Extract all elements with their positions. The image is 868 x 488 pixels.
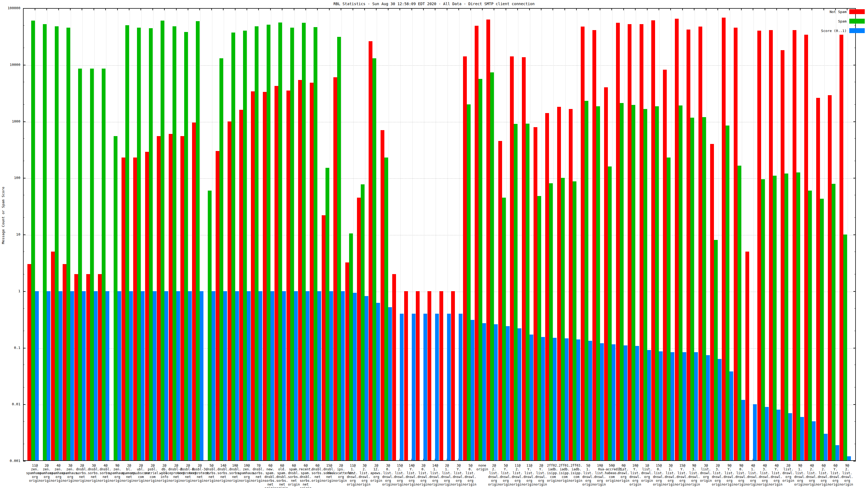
x-tick-label: 6@ dnsbl. sorbs. net origin bbox=[297, 464, 338, 483]
x-tick-mark bbox=[247, 8, 247, 10]
bar-not-spam bbox=[439, 291, 443, 460]
bar-not-spam bbox=[263, 92, 267, 460]
bar-spam bbox=[761, 179, 765, 460]
x-tick-label: 9@ zen. spamhaus. org origin bbox=[97, 464, 138, 483]
y-tick-label: 0.1 bbox=[0, 346, 20, 350]
x-tick-mark bbox=[812, 8, 812, 10]
bar-spam bbox=[31, 21, 35, 460]
bar-spam bbox=[149, 28, 153, 460]
bar-spam bbox=[90, 69, 94, 460]
x-tick-mark bbox=[94, 8, 94, 10]
bar-spam bbox=[725, 126, 730, 460]
bar-spam bbox=[608, 166, 612, 460]
bar-score bbox=[553, 338, 557, 460]
x-tick-label: 14@ dnsbl. sorbs. net origin bbox=[203, 464, 244, 483]
y-tick-mark bbox=[23, 348, 26, 348]
x-tick-mark bbox=[141, 8, 141, 10]
x-tick-label: 2@ 1. list. dnswl. org origin bbox=[427, 464, 467, 486]
bar-score bbox=[529, 334, 533, 460]
bar-score bbox=[518, 328, 521, 460]
x-tick-mark bbox=[600, 8, 600, 10]
bar-not-spam bbox=[675, 19, 679, 460]
x-tick-mark bbox=[670, 8, 671, 10]
x-tick-label: 3@ 2. list. dnswl. org origin bbox=[344, 464, 385, 486]
x-tick-mark bbox=[211, 8, 212, 10]
bar-not-spam bbox=[781, 50, 784, 460]
x-tick-label: 50@ sa-accredit. habeas. com origin bbox=[591, 464, 632, 483]
bar-not-spam bbox=[404, 291, 408, 460]
bar-score bbox=[282, 291, 286, 460]
y-minor-tick bbox=[855, 365, 856, 365]
x-gridline bbox=[789, 9, 789, 461]
x-gridline bbox=[812, 9, 813, 461]
x-tick-mark bbox=[223, 8, 223, 10]
bar-score bbox=[788, 413, 792, 460]
x-tick-mark bbox=[729, 8, 730, 10]
y-minor-tick bbox=[855, 104, 856, 105]
y-minor-tick bbox=[855, 444, 856, 444]
bar-spam bbox=[55, 26, 59, 460]
bar-not-spam bbox=[828, 95, 832, 460]
bar-score bbox=[800, 417, 804, 460]
x-tick-mark bbox=[46, 8, 47, 10]
x-tick-mark bbox=[129, 8, 129, 10]
bar-score bbox=[494, 324, 498, 460]
bar-score bbox=[199, 291, 204, 460]
bar-not-spam bbox=[616, 23, 620, 460]
bar-not-spam bbox=[169, 134, 173, 460]
x-tick-mark bbox=[400, 8, 400, 10]
x-tick-label: 9@ 3. list. dnswl. org origin bbox=[674, 464, 714, 486]
x-tick-mark bbox=[235, 8, 236, 10]
bar-score bbox=[753, 404, 757, 460]
x-tick-mark bbox=[506, 8, 506, 10]
bar-spam bbox=[208, 191, 212, 460]
bar-spam bbox=[643, 109, 647, 460]
x-tick-label: 2@ list. dnswl. org origin bbox=[768, 464, 809, 483]
bar-not-spam bbox=[310, 83, 314, 460]
x-tick-mark bbox=[482, 8, 483, 10]
legend-item-not-spam: Not Spam bbox=[821, 9, 865, 14]
bar-not-spam bbox=[793, 30, 796, 460]
bar-spam bbox=[549, 183, 553, 460]
bar-not-spam bbox=[722, 18, 725, 460]
bar-spam bbox=[349, 233, 353, 460]
x-tick-label: 2@ 0. list. dnswl. org origin bbox=[403, 464, 444, 486]
x-tick-mark bbox=[58, 8, 59, 10]
bar-not-spam bbox=[322, 215, 326, 460]
bar-score bbox=[835, 445, 839, 460]
y-minor-tick bbox=[23, 25, 24, 26]
x-tick-label: 14@ 1. list. dnswl. org origin bbox=[415, 464, 456, 486]
bar-spam bbox=[184, 32, 188, 460]
bar-not-spam bbox=[734, 28, 738, 460]
bar-not-spam bbox=[286, 91, 290, 460]
bar-score bbox=[459, 314, 463, 460]
x-tick-label: 15@ 2. list. dnswl. org origin bbox=[379, 464, 420, 486]
bar-score bbox=[388, 307, 392, 460]
x-tick-mark bbox=[776, 8, 777, 10]
legend-label-spam: Spam bbox=[838, 19, 846, 23]
x-tick-mark bbox=[152, 8, 153, 10]
y-tick-mark bbox=[854, 65, 856, 65]
bar-score bbox=[70, 291, 74, 460]
legend-swatch-spam bbox=[849, 19, 865, 24]
y-minor-tick bbox=[855, 331, 856, 331]
x-tick-label: 2@ bl. spamcop. net origin bbox=[109, 464, 150, 483]
x-tick-label: 9@ 2. list. dnswl. org origin bbox=[827, 464, 867, 486]
bar-not-spam bbox=[699, 27, 702, 460]
bar-score bbox=[329, 291, 333, 460]
y-tick-label: 100000 bbox=[0, 6, 20, 10]
bar-score bbox=[647, 350, 651, 460]
bar-score bbox=[624, 346, 627, 460]
bar-score bbox=[141, 291, 145, 460]
bar-not-spam bbox=[227, 122, 231, 461]
y-tick-mark bbox=[854, 234, 856, 235]
x-tick-mark bbox=[294, 8, 294, 10]
bar-not-spam bbox=[640, 24, 643, 460]
y-minor-tick bbox=[23, 161, 24, 161]
bar-not-spam bbox=[557, 107, 561, 460]
bar-not-spam bbox=[769, 30, 773, 460]
bar-not-spam bbox=[63, 264, 66, 460]
x-tick-mark bbox=[164, 8, 165, 10]
x-tick-label: 4@ zen. spamhaus. org origin bbox=[38, 464, 79, 483]
bar-spam bbox=[596, 106, 600, 460]
